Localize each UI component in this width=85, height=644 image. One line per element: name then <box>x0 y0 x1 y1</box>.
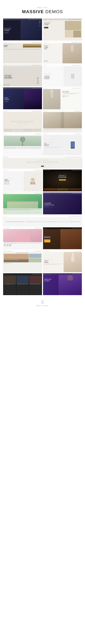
demo-card-3[interactable]: THINK THINK MINIMAL CLEAN &SIMPLE <box>3 41 42 64</box>
demo-16-photo: INTERIOR <box>3 194 42 208</box>
demo-card-18[interactable]: THINK HUGE SHORTCODE ELEMENTS <box>3 215 82 226</box>
demo-logo-2: THINK <box>44 19 47 20</box>
demo-card-13[interactable]: MASSIVE MASSIVE ONEPAGE MASSIVE ONEPAGE … <box>3 156 82 168</box>
demo-20-photo <box>60 229 82 249</box>
demo-19-content: THINK BEAUTY <box>3 229 42 249</box>
header-title-suffix: DEMOS <box>44 9 63 14</box>
demo-nav-9: MASSIVE <box>3 110 42 112</box>
demo-inner-17: THINK LUXURY THINK LUXURY LUXURYLIFESTYL… <box>43 192 82 214</box>
demo-4-label: THINK UPPER <box>44 44 63 45</box>
demo-card-14[interactable]: THINK THINK MASSIVE THINKMASSIVE <box>3 170 42 192</box>
demo-15-title: FOOD &PASSION <box>58 175 67 178</box>
demo-21-title: MASSIVE MAGAZINE! <box>4 252 41 253</box>
demo-24-photo <box>59 275 82 295</box>
demo-2-btn[interactable]: EXPLORE <box>44 27 48 28</box>
demo-inner-19: THINK BEAUTY THINK BEAUTY <box>3 227 42 249</box>
demo-inner-1: THINK THINK WIDER MASSIVETHEME VIEW MORE <box>3 18 42 40</box>
demo-16-accent <box>4 212 5 213</box>
demo-17-content: THINK LUXURY LUXURYLIFESTYLE <box>43 194 82 214</box>
demo-card-19[interactable]: THINK BEAUTY THINK BEAUTY <box>3 227 42 249</box>
demo-2-lines <box>44 26 63 26</box>
demo-inner-2: THINK THINK WIDER MASSIVETHEME EXPL <box>43 18 82 40</box>
demo-logo-19: THINK BEAUTY <box>4 228 10 228</box>
demo-1-footer <box>3 39 42 40</box>
demo-24-title: CREATIVESTUDIO <box>44 279 53 282</box>
demo-12-device <box>64 135 82 155</box>
demo-1-title: MASSIVETHEME <box>4 28 19 32</box>
demo-1-sub: THINK WIDER <box>4 27 19 28</box>
demo-card-12[interactable]: THINK THINK DIFFERENT TECHFORWARD <box>43 133 82 155</box>
demo-inner-10: THINK FASHION <box>43 110 82 132</box>
header-section: MEET OUR MASSIVE DEMOS <box>0 4 85 18</box>
demo-1-img <box>20 20 42 40</box>
demo-logo-7: THINK <box>4 88 7 89</box>
demo-card-11[interactable]: THINK <box>3 133 42 155</box>
demo-logo-9: MASSIVE <box>4 111 8 112</box>
demo-5-label: THINK SHARPER <box>4 74 13 74</box>
demo-nav-6: THINK <box>43 64 82 66</box>
demo-14-title: THINKMASSIVE <box>4 179 23 182</box>
demo-4-title: STYLECOMESFIRST <box>44 45 63 50</box>
demo-20-title: MANGIA <box>44 236 51 238</box>
demo-3-label: THINK MINIMAL <box>4 44 22 45</box>
demo-15-btn[interactable]: RESERVE NOW <box>59 179 66 180</box>
demo-13-btn[interactable]: EXPLORE <box>41 166 44 167</box>
demo-card-1[interactable]: THINK THINK WIDER MASSIVETHEME VIEW MORE <box>3 18 42 40</box>
demo-21-content: MASSIVE MAGAZINE! <box>3 252 42 272</box>
demo-inner-12: THINK THINK DIFFERENT TECHFORWARD <box>43 133 82 155</box>
demo-7-label: THINK CLEAR <box>4 96 23 97</box>
demo-nav-14: THINK <box>3 170 42 171</box>
demo-13-label: MASSIVE ONEPAGE <box>36 160 49 160</box>
demo-11-img <box>4 136 41 146</box>
demo-logo-8: THINK <box>44 88 47 89</box>
demo-card-22[interactable]: THINK MASSIVE THINK MASSIVE CHEF'SCHOICE <box>43 250 82 272</box>
demo-6-label: THINK DEEPER <box>44 73 63 74</box>
demo-card-8[interactable]: THINK My thoughts ! <box>43 87 82 110</box>
demo-20-btn[interactable]: BOOK A TABLE <box>44 239 50 242</box>
demo-logo-17: THINK LUXURY <box>44 193 50 194</box>
demo-nav-11: THINK <box>3 133 42 135</box>
demo-logo-16: THINK <box>4 193 7 194</box>
demo-14-label: THINK MASSIVE <box>4 178 23 179</box>
demo-card-4[interactable]: THINK THINK UPPER STYLECOMESFIRST <box>43 41 82 64</box>
demo-inner-13: MASSIVE MASSIVE ONEPAGE MASSIVE ONEPAGE … <box>3 156 82 168</box>
demo-1-btn[interactable]: VIEW MORE <box>4 32 8 34</box>
demo-card-10[interactable]: THINK FASHION <box>43 110 82 132</box>
demo-card-9[interactable]: MASSIVE MASSIVE STUDIO CREATIVE AGENCY <box>3 110 42 132</box>
demo-card-15[interactable]: THINK HUNGER THINK HUNGER FOOD &PASSION … <box>43 170 82 192</box>
demo-13-content: MASSIVE ONEPAGE MASSIVE ONEPAGE A BEAUTI… <box>3 158 82 168</box>
demo-card-17[interactable]: THINK LUXURY THINK LUXURY LUXURYLIFESTYL… <box>43 192 82 214</box>
demo-card-21[interactable]: MASSIVE MAGAZINE MASSIVE MAGAZINE! <box>3 250 42 272</box>
demo-card-24[interactable]: MASSIVE STUDIO MASSIVE STUDIO CREATIVEST… <box>43 273 82 295</box>
demo-3-title: CLEAN &SIMPLE <box>4 45 22 47</box>
header-title-bold: MASSIVE <box>22 9 44 14</box>
demo-nav-18: THINK <box>3 216 82 217</box>
demo-22-label: THINK MASSIVE <box>44 260 63 260</box>
demo-nav-19: THINK BEAUTY <box>3 227 42 229</box>
demo-2-sub: THINK WIDER <box>44 21 63 22</box>
demo-logo-21: MASSIVE MAGAZINE <box>4 251 12 252</box>
demo-logo-23: THINK <box>4 274 7 274</box>
demo-nav-17: THINK LUXURY <box>43 192 82 194</box>
demo-18-content: HUGE SHORTCODE ELEMENTS <box>3 217 82 226</box>
demo-13-title: MASSIVE ONEPAGE <box>27 161 58 164</box>
demo-logo-18: THINK <box>4 216 6 217</box>
demo-card-16[interactable]: THINK INTERIOR <box>3 192 42 214</box>
demo-card-6[interactable]: THINK THINK DEEPER <box>43 64 82 86</box>
demo-inner-18: THINK HUGE SHORTCODE ELEMENTS <box>3 216 82 226</box>
demo-10-photo: FASHION <box>43 112 82 128</box>
demo-card-5[interactable]: THINK THINK SHARPER THINKSHARP <box>3 64 42 86</box>
demo-logo-6: THINK <box>44 65 47 66</box>
demo-logo-5: THINK <box>4 65 7 66</box>
demo-card-23[interactable]: THINK <box>3 273 42 295</box>
demo-nav-22: THINK MASSIVE <box>43 250 82 252</box>
demo-card-7[interactable]: THINK THINK CLEAR DEEPVISION EXPLORE <box>3 87 42 110</box>
demo-inner-7: THINK THINK CLEAR DEEPVISION EXPLORE <box>3 88 42 109</box>
demo-nav-20: MANGIA <box>43 227 82 229</box>
demo-card-2[interactable]: THINK THINK WIDER MASSIVETHEME EXPL <box>43 18 82 40</box>
demo-inner-21: MASSIVE MAGAZINE MASSIVE MAGAZINE! <box>3 250 42 272</box>
demo-logo-24: MASSIVE STUDIO <box>44 274 51 274</box>
demo-card-20[interactable]: MANGIA RESTAURANT MANGIA ITALIAN CUISINE… <box>43 227 82 249</box>
demo-19-photo: THINK BEAUTY <box>3 229 42 242</box>
demo-logo-22: THINK MASSIVE <box>44 251 50 252</box>
